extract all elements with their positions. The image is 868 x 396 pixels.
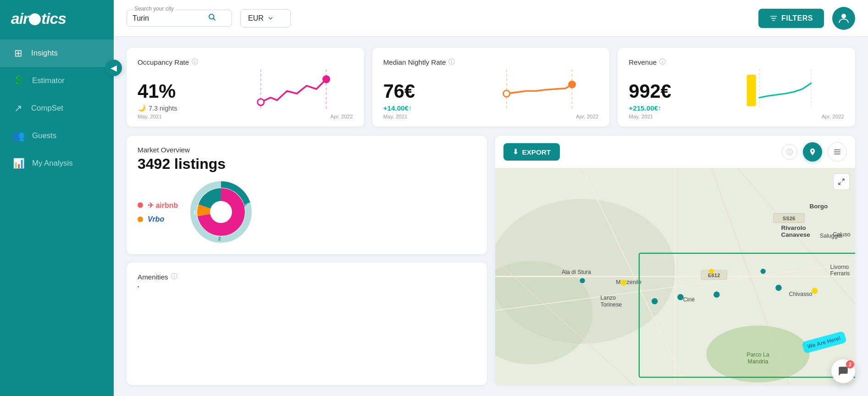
occupancy-info-icon[interactable]: ⓘ <box>192 58 198 66</box>
map-info-button[interactable]: ⓘ <box>782 144 797 160</box>
info-icon: ⓘ <box>786 148 793 156</box>
svg-text:Mandria: Mandria <box>747 358 768 365</box>
svg-text:Saluggia: Saluggia <box>820 233 842 239</box>
amenities-card: Amenities ⓘ <box>127 262 487 385</box>
amenities-info-icon[interactable]: ⓘ <box>171 273 177 281</box>
pin-icon <box>808 148 817 156</box>
user-icon <box>837 11 851 25</box>
sidebar-item-estimator[interactable]: 💲 Estimator <box>0 67 114 95</box>
market-count: 3492 listings <box>138 156 476 173</box>
map-pin-button[interactable] <box>803 142 822 162</box>
map-container[interactable]: SS26 E612 Parco La Mandria Borgo Caluso … <box>495 168 856 385</box>
filters-button[interactable]: FILTERS <box>758 9 824 28</box>
sidebar-toggle[interactable]: ◀ <box>105 60 122 76</box>
nightly-rate-info-icon[interactable]: ⓘ <box>448 58 455 66</box>
market-legend: ✈ airbnb Vrbo <box>138 201 178 223</box>
map-background: SS26 E612 Parco La Mandria Borgo Caluso … <box>495 168 856 385</box>
svg-point-61 <box>620 279 627 286</box>
main-content: Search your city EUR FILTERS Occupancy <box>114 0 868 396</box>
fullscreen-icon <box>838 178 845 185</box>
svg-text:1: 1 <box>194 210 196 215</box>
svg-point-9 <box>322 75 330 83</box>
svg-point-64 <box>713 291 720 298</box>
currency-select[interactable]: EUR <box>240 9 291 28</box>
nightly-rate-value: 76€ <box>383 80 415 102</box>
sidebar-item-guests[interactable]: 👥 Guests <box>0 122 114 150</box>
bar-chart-icon: 📊 <box>13 158 25 169</box>
map-card: ⬇ EXPORT ⓘ <box>495 136 856 385</box>
revenue-label: Revenue ⓘ <box>629 58 844 66</box>
revenue-card: Revenue ⓘ 992€ +215.00€↑ .rev-line{fill:… <box>618 48 855 127</box>
occupancy-rate-card: Occupancy Rate ⓘ 41% 🌙 7.3 nights <box>127 48 364 127</box>
occupancy-sub: 🌙 7.3 nights <box>138 104 177 112</box>
search-button[interactable] <box>206 13 218 23</box>
stats-row: Occupancy Rate ⓘ 41% 🌙 7.3 nights <box>127 48 855 127</box>
airbnb-dot <box>138 202 143 208</box>
market-overview-card: Market Overview 3492 listings ✈ airbnb V… <box>127 136 487 254</box>
logo: airtics <box>0 0 114 36</box>
sidebar-item-label: CompSet <box>31 104 63 113</box>
market-content: ✈ airbnb Vrbo <box>138 180 476 244</box>
svg-point-8 <box>258 99 264 105</box>
nightly-rate-chart: .nr-line{fill:none;stroke:#ff7f2a;stroke… <box>480 66 598 112</box>
logo-text: airtics <box>11 10 66 28</box>
svg-point-63 <box>677 294 684 301</box>
svg-text:Rivarolo: Rivarolo <box>781 224 806 231</box>
sidebar-item-my-analysis[interactable]: 📊 My Analysis <box>0 150 114 177</box>
sidebar-item-label: Insights <box>31 49 58 58</box>
export-button[interactable]: ⬇ EXPORT <box>503 143 560 161</box>
sidebar-nav: ⊞ Insights 💲 Estimator ↗ CompSet 👥 Guest… <box>0 36 114 396</box>
airbnb-legend: ✈ airbnb <box>138 201 178 210</box>
svg-text:Livorno: Livorno <box>830 264 849 270</box>
svg-point-69 <box>760 269 765 274</box>
svg-text:SS26: SS26 <box>782 216 795 221</box>
svg-text:Lanzo: Lanzo <box>600 295 616 301</box>
export-icon: ⬇ <box>513 148 519 156</box>
user-avatar-button[interactable] <box>832 7 855 30</box>
revenue-value: 992€ <box>629 80 671 102</box>
svg-point-13 <box>568 80 576 88</box>
users-icon: 👥 <box>13 130 25 141</box>
currency-value: EUR <box>248 14 264 22</box>
search-label: Search your city <box>133 6 176 12</box>
revenue-info-icon[interactable]: ⓘ <box>659 58 666 66</box>
occupancy-dates: May, 2021 Apr, 2022 <box>138 114 353 119</box>
sidebar-item-label: My Analysis <box>32 159 73 168</box>
sidebar: airtics ◀ ⊞ Insights 💲 Estimator ↗ CompS… <box>0 0 114 396</box>
donut-chart: P 2 1 <box>189 180 253 244</box>
filters-label: FILTERS <box>781 14 813 22</box>
bottom-row: Market Overview 3492 listings ✈ airbnb V… <box>127 136 855 385</box>
nightly-rate-card: Median Nightly Rate ⓘ 76€ +14.00€↑ .nr-l… <box>372 48 610 127</box>
left-column: Market Overview 3492 listings ✈ airbnb V… <box>127 136 487 385</box>
amenities-title: Amenities ⓘ <box>138 273 476 281</box>
vrbo-dot <box>138 217 143 222</box>
sidebar-item-label: Guests <box>32 131 56 140</box>
svg-point-67 <box>580 278 585 283</box>
sidebar-item-insights[interactable]: ⊞ Insights <box>0 39 114 67</box>
chevron-left-icon: ◀ <box>111 63 117 73</box>
chat-bubble[interactable]: 2 <box>831 359 855 383</box>
sidebar-item-compset[interactable]: ↗ CompSet <box>0 95 114 122</box>
search-input[interactable] <box>133 14 206 22</box>
map-toolbar: ⬇ EXPORT ⓘ <box>495 136 856 168</box>
occupancy-value: 41% <box>138 80 177 102</box>
svg-text:Mezzenile: Mezzenile <box>616 279 641 285</box>
revenue-dates: May, 2021 Apr, 2022 <box>629 114 844 119</box>
search-box[interactable]: Search your city <box>127 10 232 27</box>
svg-text:Borgo: Borgo <box>809 203 828 210</box>
svg-text:P: P <box>244 202 247 207</box>
map-svg: SS26 E612 Parco La Mandria Borgo Caluso … <box>495 168 856 385</box>
svg-rect-14 <box>747 75 756 106</box>
svg-line-1 <box>213 18 215 20</box>
dollar-icon: 💲 <box>13 75 25 86</box>
fullscreen-button[interactable] <box>833 173 850 190</box>
sidebar-item-label: Estimator <box>32 76 65 85</box>
vrbo-legend: Vrbo <box>138 215 178 223</box>
svg-text:Ala di Stura: Ala di Stura <box>561 269 591 275</box>
svg-text:Cirié: Cirié <box>683 296 695 303</box>
map-list-button[interactable] <box>828 142 847 162</box>
svg-point-65 <box>775 285 782 291</box>
svg-text:2: 2 <box>218 236 221 241</box>
trending-icon: ↗ <box>13 103 24 114</box>
svg-point-23 <box>211 202 231 222</box>
